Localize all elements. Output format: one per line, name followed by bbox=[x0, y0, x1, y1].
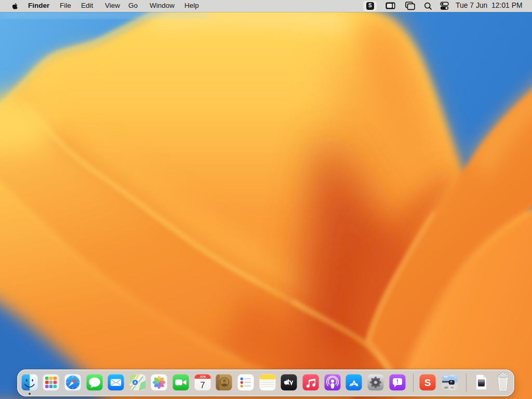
svg-text:!: ! bbox=[396, 378, 398, 384]
svg-text:7: 7 bbox=[200, 380, 205, 390]
svg-text:JUN: JUN bbox=[200, 375, 206, 378]
svg-text:S: S bbox=[424, 377, 431, 388]
